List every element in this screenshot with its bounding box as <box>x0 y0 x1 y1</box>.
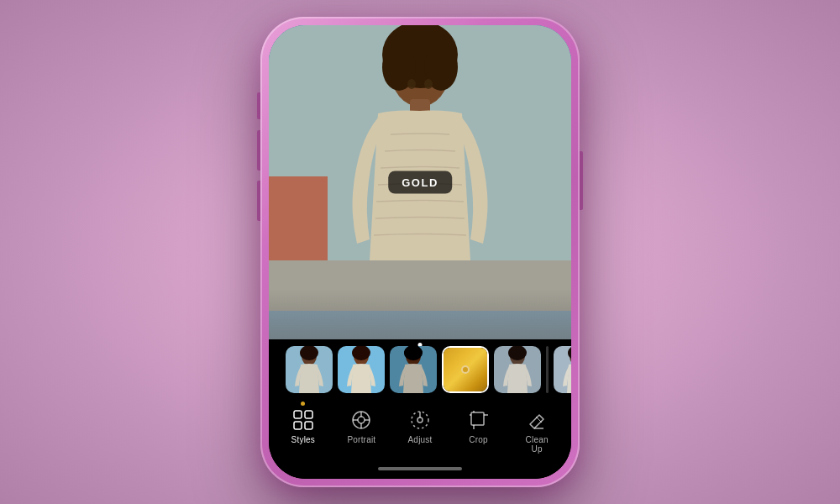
filter-strip-separator <box>546 346 549 393</box>
filter-thumb-gold[interactable] <box>442 346 489 393</box>
portrait-label: Portrait <box>347 435 375 444</box>
filter-thumb-vivid[interactable] <box>338 346 385 393</box>
svg-rect-31 <box>305 411 312 418</box>
styles-label: Styles <box>291 435 315 444</box>
svg-rect-30 <box>294 411 302 418</box>
tool-styles[interactable]: Styles <box>277 403 329 449</box>
controls-area: Styles <box>269 339 571 479</box>
tool-portrait[interactable]: Portrait <box>336 403 388 449</box>
filter-strip <box>269 339 571 396</box>
svg-line-49 <box>536 417 542 423</box>
grid-icon <box>291 408 315 432</box>
styles-icon-wrapper <box>291 408 315 432</box>
svg-point-35 <box>358 417 365 423</box>
photo-gradient-overlay <box>269 289 571 339</box>
svg-rect-32 <box>294 422 302 429</box>
adjust-icon-wrapper <box>408 408 432 432</box>
home-indicator-area <box>269 462 571 479</box>
tool-crop[interactable]: Crop <box>453 403 505 449</box>
power-button[interactable] <box>580 151 583 210</box>
phone: GOLD <box>260 17 580 487</box>
svg-rect-43 <box>471 412 484 425</box>
svg-rect-33 <box>305 422 312 429</box>
home-bar <box>378 467 462 470</box>
phone-screen: GOLD <box>269 25 571 479</box>
filter-thumb-silvertone[interactable] <box>494 346 541 393</box>
cleanup-icon-wrapper <box>525 408 549 432</box>
filter-thumb-natural[interactable] <box>286 346 333 393</box>
active-tool-dot <box>301 402 305 406</box>
tool-cleanup[interactable]: Clean Up <box>511 403 563 459</box>
filter-thumb-dramatic[interactable] <box>390 346 437 393</box>
photo-person-svg <box>269 25 571 311</box>
tool-adjust[interactable]: Adjust <box>394 403 446 449</box>
adjust-label: Adjust <box>408 435 433 444</box>
crop-label: Crop <box>469 435 487 444</box>
adjust-icon <box>408 408 432 432</box>
aperture-icon <box>349 408 373 432</box>
svg-rect-11 <box>269 25 571 311</box>
phone-body: GOLD <box>260 17 580 487</box>
cleanup-label: Clean Up <box>519 435 554 454</box>
svg-point-41 <box>417 417 423 423</box>
toolbar: Styles <box>269 396 571 462</box>
crop-icon-wrapper <box>467 408 491 432</box>
filter-name-label: GOLD <box>388 171 452 194</box>
eraser-icon <box>525 408 549 432</box>
filter-thumb-fade[interactable] <box>554 346 571 393</box>
crop-icon <box>467 408 491 432</box>
photo-area: GOLD <box>269 25 571 339</box>
portrait-icon-wrapper <box>349 408 373 432</box>
gold-filter-dot <box>461 365 470 374</box>
